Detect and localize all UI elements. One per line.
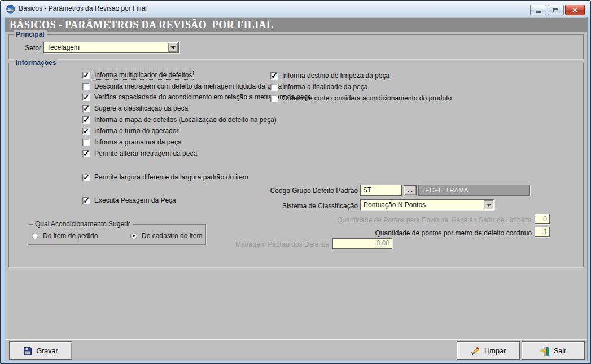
- page-title: BÁSICOS - PARÂMETROS DA REVISÃO POR FILI…: [5, 18, 587, 32]
- checkbox-informa-finalidade[interactable]: Informa a finalidade da peça: [270, 82, 369, 91]
- sistema-classificacao-value: Pontuação N Pontos: [361, 200, 483, 210]
- checkbox-box[interactable]: [82, 197, 90, 204]
- pontos-metro-defeito-value: 1: [535, 227, 549, 236]
- checkbox-box[interactable]: [82, 72, 90, 79]
- eraser-pencil-icon: [471, 347, 480, 356]
- checkbox-label: Informa o mapa de defeitos (Localização …: [93, 116, 278, 124]
- pontos-envio-limpeza-input: 0: [535, 214, 550, 224]
- pontos-metro-defeito-input[interactable]: 1: [535, 227, 550, 237]
- checkbox-box[interactable]: [82, 128, 90, 135]
- checkbox-desconta-metragem[interactable]: Desconta metragem com defeito da metrage…: [82, 82, 283, 91]
- codigo-grupo-defeito-input[interactable]: ST: [360, 185, 402, 196]
- checkbox-label: Informa o turno do operador: [93, 127, 180, 135]
- sair-button-label: Sair: [554, 347, 566, 355]
- checkbox-informa-gramatura[interactable]: Informa a gramatura da peça: [82, 138, 183, 147]
- sistema-classificacao-combobox[interactable]: Pontuação N Pontos: [360, 199, 494, 210]
- setor-label: Setor: [10, 44, 41, 52]
- checkbox-informa-mapa-defeitos[interactable]: Informa o mapa de defeitos (Localização …: [82, 115, 278, 124]
- checkbox-label: Permite largura diferente da largura pad…: [93, 173, 249, 181]
- acondicionamento-group-label: Qual Acondicionamento Sugerir: [33, 220, 133, 228]
- app-window: ST Básicos - Parâmetros da Revisão por F…: [0, 0, 591, 364]
- checkbox-box[interactable]: [82, 83, 90, 90]
- close-button close-icon[interactable]: [565, 5, 585, 15]
- checkbox-label: Informa multiplicador de defeitos: [93, 71, 193, 79]
- radio-do-item-do-pedido[interactable]: Do item do pedido: [32, 231, 99, 240]
- chevron-down-icon: [171, 46, 176, 49]
- codigo-grupo-defeito-label: Códgo Grupo Defeito Padrão: [228, 187, 358, 195]
- checkbox-informa-multiplicador-defeitos[interactable]: Informa multiplicador de defeitos: [82, 71, 193, 80]
- window-title: Básicos - Parâmetros da Revisão por Fili…: [19, 1, 147, 16]
- window-controls: [530, 5, 585, 15]
- checkbox-box[interactable]: [82, 150, 90, 157]
- pontos-metro-defeito-label: Quantidade de pontos por metro de defeit…: [334, 229, 532, 237]
- form-header-bar: BÁSICOS - PARÂMETROS DA REVISÃO POR FILI…: [5, 18, 587, 32]
- radio-label: Do item do pedido: [42, 232, 99, 240]
- gravar-button[interactable]: Gravar: [9, 341, 72, 360]
- minimize-icon: [536, 11, 541, 13]
- checkbox-informa-turno-operador[interactable]: Informa o turno do operador: [82, 126, 180, 135]
- setor-combobox-value: Tecelagem: [44, 42, 168, 52]
- metragem-padrao-defeitos-input: 0,00: [332, 238, 392, 249]
- sistema-classificacao-dropdown-button[interactable]: [484, 200, 493, 209]
- checkbox-label: Informa destino de limpeza da peça: [281, 72, 391, 80]
- checkbox-label: Executa Pesagem da Peça: [93, 196, 177, 204]
- svg-text:ST: ST: [8, 7, 14, 11]
- form-client-area: BÁSICOS - PARÂMETROS DA REVISÃO POR FILI…: [5, 17, 587, 361]
- pontos-envio-limpeza-value: 0: [535, 214, 549, 223]
- checkbox-permite-alterar-metragem[interactable]: Permite alterar metragem da peça: [82, 149, 198, 158]
- checkbox-box[interactable]: [270, 84, 278, 91]
- principal-group-label: Principal: [14, 30, 47, 38]
- checkbox-label: Permite alterar metragem da peça: [93, 150, 198, 157]
- checkbox-box[interactable]: [82, 116, 90, 124]
- checkbox-box[interactable]: [270, 95, 278, 102]
- checkbox-label: Sugere a classificação da peça: [93, 104, 189, 112]
- checkbox-label: Informa a finalidade da peça: [281, 83, 369, 91]
- checkbox-label: Ordem de corte considera acondicionament…: [281, 94, 453, 102]
- sair-button[interactable]: Sair: [522, 341, 585, 360]
- limpar-button[interactable]: Limpar: [457, 341, 520, 360]
- checkbox-label: Desconta metragem com defeito da metrage…: [93, 82, 283, 90]
- metragem-padrao-defeitos-value: 0,00: [333, 239, 392, 248]
- checkbox-executa-pesagem[interactable]: Executa Pesagem da Peça: [82, 196, 177, 205]
- gravar-button-label: Gravar: [36, 347, 58, 355]
- checkbox-box[interactable]: [82, 94, 90, 101]
- checkbox-label: Informa a gramatura da peça: [93, 138, 183, 146]
- title-bar[interactable]: ST Básicos - Parâmetros da Revisão por F…: [1, 1, 590, 17]
- radio-do-cadastro-do-item[interactable]: Do cadastro do item: [130, 231, 203, 240]
- checkbox-ordem-corte-acondicionamento[interactable]: Ordem de corte considera acondicionament…: [270, 94, 453, 103]
- checkbox-sugere-classificacao[interactable]: Sugere a classificação da peça: [82, 104, 189, 113]
- codigo-grupo-defeito-description: TECEL. TRAMA: [418, 185, 530, 196]
- informacoes-group-label: Informações: [14, 59, 58, 67]
- radio-circle[interactable]: [32, 233, 38, 239]
- codigo-grupo-defeito-value: ST: [361, 185, 401, 195]
- app-logo-icon: ST: [6, 5, 15, 14]
- setor-dropdown-button[interactable]: [168, 43, 178, 52]
- minimize-button[interactable]: [530, 5, 546, 15]
- checkbox-permite-largura-diferente[interactable]: Permite largura diferente da largura pad…: [82, 173, 249, 182]
- codigo-grupo-defeito-browse-button[interactable]: ...: [404, 185, 417, 195]
- sistema-classificacao-label: Sistema de Classificação: [234, 202, 358, 210]
- limpar-button-label: Limpar: [484, 347, 506, 355]
- chevron-down-icon: [487, 204, 491, 207]
- checkbox-box[interactable]: [82, 174, 90, 181]
- checkbox-box[interactable]: [270, 72, 278, 80]
- pontos-envio-limpeza-label: Quantidade de Pontos para Envio da Peça …: [289, 216, 532, 224]
- exit-door-icon: [540, 347, 550, 356]
- maximize-button[interactable]: [548, 5, 564, 15]
- maximize-icon: [553, 8, 558, 12]
- floppy-disk-icon: [23, 347, 32, 356]
- checkbox-box[interactable]: [82, 105, 90, 112]
- radio-circle[interactable]: [130, 233, 137, 239]
- metragem-padrao-defeitos-label: Metragem Padrão dos Defeitos: [216, 240, 329, 248]
- codigo-grupo-defeito-description-value: TECEL. TRAMA: [419, 185, 529, 195]
- checkbox-box[interactable]: [82, 139, 90, 146]
- radio-label: Do cadastro do item: [141, 232, 203, 240]
- checkbox-informa-destino-limpeza[interactable]: Informa destino de limpeza da peça: [270, 71, 391, 80]
- setor-combobox[interactable]: Tecelagem: [43, 42, 179, 53]
